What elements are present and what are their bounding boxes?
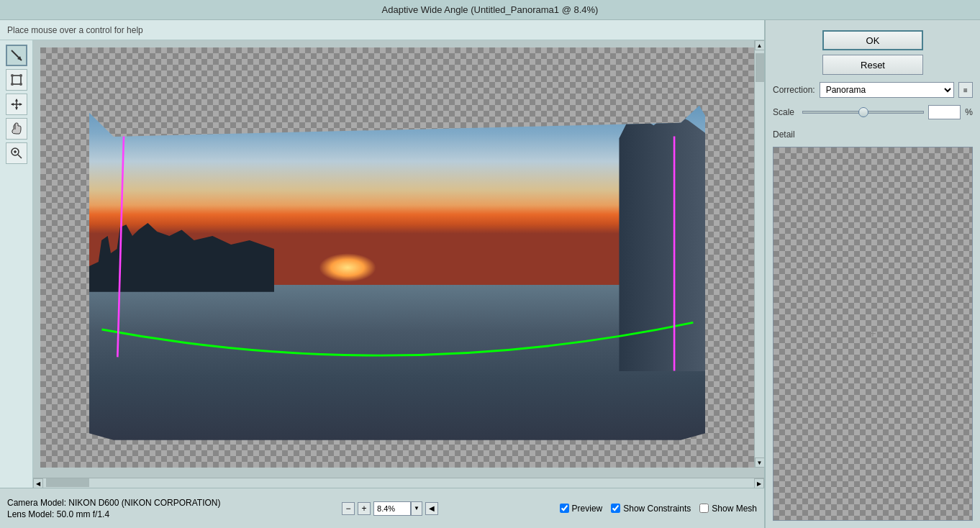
scroll-left-arrow[interactable]: ◀ <box>33 478 43 488</box>
preview-checkbox-label[interactable]: Preview <box>560 504 603 514</box>
correction-extra-button[interactable]: ≡ <box>958 82 973 98</box>
scale-slider-track <box>802 111 924 114</box>
show-mesh-checkbox[interactable] <box>699 504 709 513</box>
crosshair-icon: + <box>869 327 876 340</box>
svg-marker-11 <box>11 103 14 106</box>
reset-button[interactable]: Reset <box>822 55 923 75</box>
scroll-down-arrow[interactable]: ▼ <box>755 458 765 468</box>
scroll-right-arrow[interactable]: ▶ <box>754 478 764 488</box>
show-mesh-label: Show Mesh <box>712 504 757 514</box>
correction-label: Correction: <box>773 85 815 95</box>
svg-point-3 <box>11 74 14 77</box>
scale-label: Scale <box>773 107 798 117</box>
scale-slider-thumb[interactable] <box>858 107 868 117</box>
zoom-out-button[interactable]: − <box>342 502 355 515</box>
detail-preview: + <box>773 147 973 521</box>
zoom-dropdown-button[interactable]: ▼ <box>411 501 422 516</box>
zoom-controls: − + 8.4% ▼ ◀ <box>342 501 438 516</box>
polygon-tool-button[interactable] <box>6 69 27 91</box>
correction-row: Correction: Panorama Fisheye Auto Full S… <box>773 82 973 98</box>
svg-point-6 <box>11 83 14 86</box>
svg-rect-2 <box>12 76 21 84</box>
hand-tool-button[interactable] <box>6 118 27 140</box>
constraint-tool-button[interactable] <box>6 45 27 66</box>
scroll-thumb-horizontal[interactable] <box>46 478 89 487</box>
camera-model-text: Camera Model: NIKON D600 (NIKON CORPORAT… <box>7 498 221 508</box>
svg-line-14 <box>18 155 22 158</box>
detail-label: Detail <box>773 129 973 140</box>
nav-left-button[interactable]: ◀ <box>425 502 438 515</box>
show-constraints-checkbox[interactable] <box>611 504 620 513</box>
title-text: Adaptive Wide Angle (Untitled_Panorama1 … <box>382 4 599 15</box>
svg-marker-12 <box>19 103 22 106</box>
canvas-viewport[interactable]: ▲ ▼ <box>33 40 764 478</box>
scrollbar-horizontal[interactable]: ◀ ▶ <box>33 478 764 488</box>
show-constraints-label: Show Constraints <box>623 504 691 514</box>
svg-point-4 <box>19 74 22 77</box>
right-panel: OK Reset Correction: Panorama Fisheye Au… <box>764 20 980 528</box>
preview-checkbox[interactable] <box>560 504 569 513</box>
panorama-image <box>55 55 740 460</box>
zoom-in-button[interactable]: + <box>358 502 371 515</box>
show-mesh-checkbox-label[interactable]: Show Mesh <box>699 504 757 514</box>
title-bar: Adaptive Wide Angle (Untitled_Panorama1 … <box>0 0 980 20</box>
hint-text: Place mouse over a control for help <box>7 25 143 35</box>
scrollbar-vertical[interactable]: ▲ ▼ <box>754 40 764 468</box>
svg-line-19 <box>117 133 124 358</box>
lens-model-text: Lens Model: 50.0 mm f/1.4 <box>7 509 221 519</box>
svg-marker-10 <box>15 107 18 110</box>
ok-button[interactable]: OK <box>822 30 923 50</box>
toolbar <box>0 40 33 488</box>
scroll-thumb-vertical[interactable] <box>756 53 764 82</box>
view-options: Preview Show Constraints Show Mesh <box>560 504 757 514</box>
zoom-tool-button[interactable] <box>6 142 27 164</box>
bottom-bar: Camera Model: NIKON D600 (NIKON CORPORAT… <box>0 488 764 528</box>
action-buttons: OK Reset <box>773 30 973 75</box>
correction-select[interactable]: Panorama Fisheye Auto Full Spherical <box>820 82 954 98</box>
status-bar-top: Place mouse over a control for help <box>0 20 764 40</box>
preview-label: Preview <box>572 504 603 514</box>
camera-info: Camera Model: NIKON D600 (NIKON CORPORAT… <box>7 498 221 519</box>
svg-marker-9 <box>15 99 18 101</box>
scale-slider-container[interactable] <box>802 105 924 119</box>
svg-point-5 <box>19 83 22 86</box>
zoom-value-display: 8.4% <box>373 501 411 516</box>
scale-row: Scale 100 % <box>773 105 973 119</box>
scroll-up-arrow[interactable]: ▲ <box>755 40 765 50</box>
scale-input[interactable]: 100 <box>928 105 961 119</box>
scale-unit: % <box>965 107 973 117</box>
move-tool-button[interactable] <box>6 94 27 115</box>
show-constraints-checkbox-label[interactable]: Show Constraints <box>611 504 691 514</box>
